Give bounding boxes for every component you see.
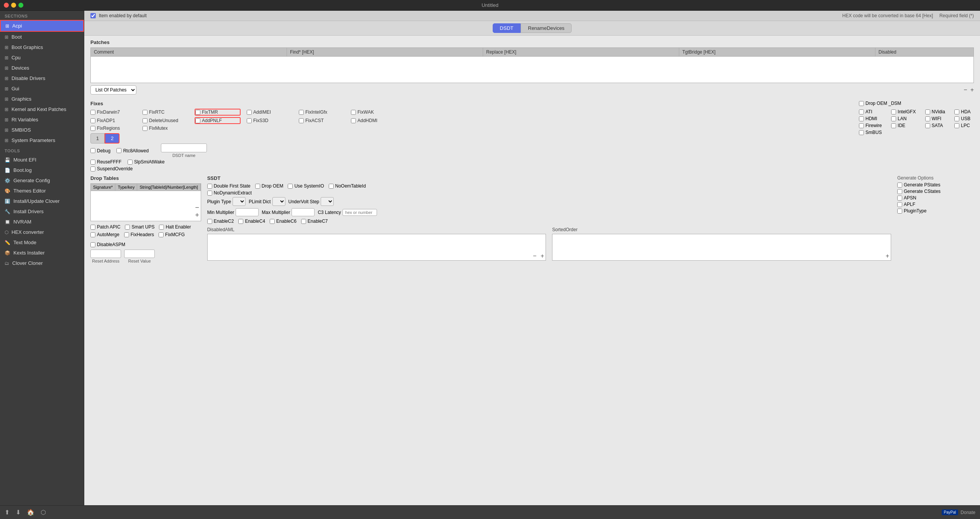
drop-table-body[interactable]: − + [90,191,201,221]
drop-table-minus-btn[interactable]: − [195,204,199,212]
reset-address-input[interactable]: 0x64 [90,250,121,258]
hw-hdmi[interactable]: HDMI [859,116,885,121]
close-button[interactable] [4,3,9,8]
fix-acst[interactable]: FixACST [299,117,345,124]
sidebar-item-rt-variables[interactable]: ⊞ Rt Variables [0,114,84,125]
hw-sata[interactable]: SATA [925,123,949,128]
enable-c4[interactable]: EnableC4 [238,219,265,224]
minimize-button[interactable] [11,3,16,8]
hw-lan[interactable]: LAN [891,116,919,121]
hw-wifi[interactable]: WIFI [925,116,949,121]
hw-usb[interactable]: USB [954,116,974,121]
fix-mcfg-item[interactable]: FixMCFG [159,232,185,237]
reset-value-input[interactable]: 0xFE [124,250,155,258]
suspend-override-item[interactable]: SuspendOverride [90,166,133,171]
fix-addimei[interactable]: AddIMEI [247,109,293,116]
fix-darwin7[interactable]: FixDarwin7 [90,109,136,116]
fix-deleteunused[interactable]: DeleteUnused [143,117,188,124]
reuse-ffff-item[interactable]: ReuseFFFF [90,159,121,165]
tab-dsdt[interactable]: DSDT [493,23,521,33]
sidebar-item-devices[interactable]: ⊞ Devices [0,63,84,73]
page-btn-2[interactable]: 2 [105,133,120,144]
disabled-aml-minus-btn[interactable]: − [533,253,536,260]
sorted-order-plus-btn[interactable]: + [886,253,889,260]
fix-intelgfx[interactable]: FixIntelGfx [299,109,345,116]
fix-addhdmi[interactable]: AddHDMI [351,117,397,124]
patches-plus-btn[interactable]: + [970,86,974,93]
maximize-button[interactable] [18,3,23,8]
item-enabled-checkbox[interactable] [90,13,96,18]
fix-regions[interactable]: FixRegions [90,126,136,131]
hw-ide[interactable]: IDE [891,123,919,128]
hw-intelgfx[interactable]: IntelGFX [891,109,919,114]
disable-aspm-item[interactable]: DisableASPM [90,242,125,247]
tab-rename-devices[interactable]: RenameDevices [521,23,572,33]
hw-lpc[interactable]: LPC [954,123,974,128]
sidebar-item-generate-config[interactable]: ⚙️ Generate Config [0,175,84,186]
share-icon[interactable]: ⬡ [41,509,46,516]
export-icon[interactable]: ⬇ [16,509,21,516]
hw-ati[interactable]: ATI [859,109,885,114]
plimit-dict-select[interactable] [272,197,285,206]
sidebar-item-nvram[interactable]: 🔲 NVRAM [0,217,84,227]
fix-tmr[interactable]: FixTMR [195,109,241,116]
hw-smbus[interactable]: SmBUS [859,130,885,135]
sidebar-item-cpu[interactable]: ⊞ Cpu [0,52,84,63]
gen-apsn[interactable]: APSN [897,195,974,201]
auto-merge-item[interactable]: AutoMerge [90,232,120,237]
dsdt-name-input[interactable] [161,144,207,152]
page-btn-1[interactable]: 1 [90,133,105,144]
drop-oem-checkbox[interactable] [859,101,864,106]
sidebar-item-kexts-installer[interactable]: 📦 Kexts Installer [0,248,84,258]
sidebar-item-mount-efi[interactable]: 💾 Mount EFI [0,155,84,165]
halt-enabler-item[interactable]: Halt Enabler [159,224,191,230]
sidebar-item-boot-graphics[interactable]: ⊞ Boot Graphics [0,42,84,52]
donate-label[interactable]: Donate [960,510,975,515]
fix-adp1[interactable]: FixADP1 [90,117,136,124]
patch-apic-item[interactable]: Patch APIC [90,224,120,230]
fix-s3d[interactable]: FixS3D [247,117,293,124]
sidebar-item-themes-editor[interactable]: 🎨 Themes Editor [0,186,84,196]
slpsmi-item[interactable]: SlpSmiAtWake [128,159,165,165]
c3-latency-input[interactable] [343,209,377,216]
ssdt-use-systemio[interactable]: Use SystemIO [288,183,324,189]
gen-aplf[interactable]: APLF [897,202,974,207]
disabled-aml-plus-btn[interactable]: + [541,253,544,260]
drop-table-plus-btn[interactable]: + [195,211,199,219]
ssdt-double-first[interactable]: Double First State [207,183,251,189]
hw-nvidia[interactable]: NVidia [925,109,949,114]
sidebar-item-hex-converter[interactable]: ⬡ HEX converter [0,227,84,237]
sidebar-item-kernel-kext[interactable]: ⊞ Kernel and Kext Patches [0,104,84,114]
fix-rtc[interactable]: FixRTC [143,109,188,116]
enable-c7[interactable]: EnableC7 [301,219,328,224]
sidebar-item-boot-log[interactable]: 📄 Boot.log [0,165,84,175]
max-mult-input[interactable] [292,208,315,216]
sidebar-item-text-mode[interactable]: ✏️ Text Mode [0,237,84,248]
plugin-type-select[interactable] [233,197,246,206]
sorted-order-content[interactable]: + [552,234,891,261]
sidebar-item-system-parameters[interactable]: ⊞ System Parameters [0,135,84,145]
sidebar-item-boot[interactable]: ⊞ Boot [0,32,84,42]
sidebar-item-install-update-clover[interactable]: ⬇️ Install/Update Clover [0,196,84,206]
fix-wakk[interactable]: FixWAK [351,109,397,116]
debug-item[interactable]: Debug [90,148,110,153]
smart-ups-item[interactable]: Smart UPS [125,224,154,230]
sidebar-item-gui[interactable]: ⊞ Gui [0,83,84,94]
gen-plugin-type[interactable]: PluginType [897,208,974,214]
import-icon[interactable]: ⬆ [5,509,10,516]
sidebar-item-graphics[interactable]: ⊞ Graphics [0,94,84,104]
under-volt-select[interactable] [321,197,334,206]
disabled-aml-content[interactable]: − + [207,234,546,261]
ssdt-drop-oem[interactable]: Drop OEM [255,183,284,189]
enable-c6[interactable]: EnableC6 [270,219,297,224]
enable-c2[interactable]: EnableC2 [207,219,234,224]
hw-hda[interactable]: HDA [954,109,974,114]
patches-table-body[interactable] [90,56,974,83]
home-icon[interactable]: 🏠 [27,509,34,516]
fix-addpnlf[interactable]: AddPNLF [195,117,241,124]
ssdt-no-dynamic[interactable]: NoDynamicExtract [207,190,252,196]
sidebar-item-install-drivers[interactable]: 🔧 Install Drivers [0,206,84,217]
min-mult-input[interactable] [236,208,259,216]
list-of-patches-select[interactable]: List Of Patches [90,85,136,95]
fix-mutex[interactable]: FixMutex [143,126,188,131]
